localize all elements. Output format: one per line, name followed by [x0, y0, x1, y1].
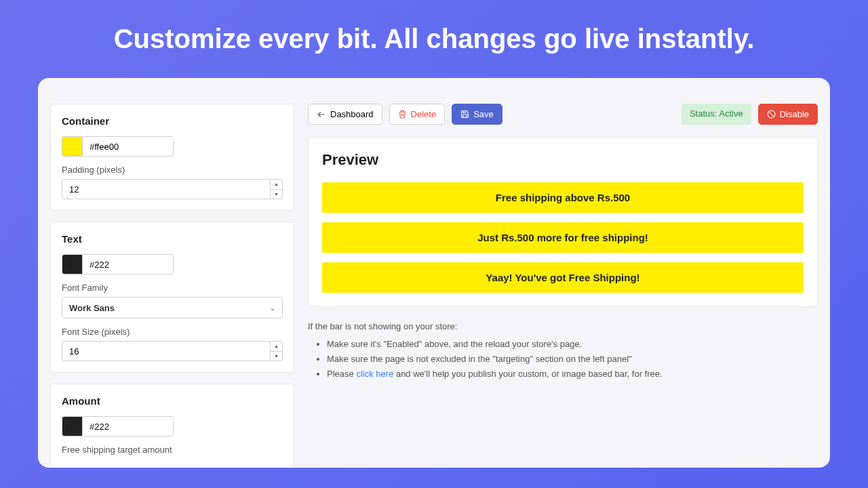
section-container: Container Padding (pixels) ▲ ▼ [50, 104, 294, 211]
toolbar: Dashboard Delete Save Status: Active [308, 104, 818, 125]
dashboard-button[interactable]: Dashboard [308, 104, 382, 125]
section-amount: Amount Free shipping target amount [50, 384, 294, 468]
text-color-input[interactable] [82, 254, 174, 274]
chevron-down-icon: ⌄ [270, 304, 275, 312]
padding-label: Padding (pixels) [62, 165, 283, 175]
app-card: Container Padding (pixels) ▲ ▼ Text Font [38, 78, 830, 468]
font-family-label: Font Family [62, 283, 283, 293]
save-button[interactable]: Save [452, 104, 502, 125]
sidebar: Container Padding (pixels) ▲ ▼ Text Font [50, 90, 294, 455]
preview-title: Preview [322, 151, 804, 169]
font-family-value: Work Sans [69, 303, 115, 313]
padding-input[interactable] [62, 179, 271, 199]
amount-target-label: Free shipping target amount [62, 445, 283, 455]
amount-color-swatch[interactable] [62, 416, 82, 436]
main-panel: Dashboard Delete Save Status: Active [308, 90, 818, 455]
section-title-text: Text [62, 233, 283, 245]
section-text: Text Font Family Work Sans ⌄ Font Size (… [50, 222, 294, 373]
save-label: Save [473, 109, 494, 119]
text-color-swatch[interactable] [62, 254, 82, 274]
hero-headline: Customize every bit. All changes go live… [0, 24, 868, 54]
padding-step-up[interactable]: ▲ [271, 179, 283, 189]
preview-bar: Free shipping above Rs.500 [322, 182, 804, 213]
container-color-input[interactable] [82, 136, 174, 157]
preview-bar: Yaay! You've got Free Shipping! [322, 262, 804, 293]
dashboard-label: Dashboard [330, 109, 374, 119]
status-badge: Status: Active [682, 104, 751, 125]
section-title-amount: Amount [62, 395, 283, 407]
delete-button[interactable]: Delete [389, 104, 446, 125]
help-text: If the bar is not showing on your store:… [308, 319, 818, 382]
help-intro: If the bar is not showing on your store: [308, 319, 818, 334]
svg-line-2 [768, 112, 774, 117]
preview-bar: Just Rs.500 more for free shipping! [322, 222, 804, 253]
preview-card: Preview Free shipping above Rs.500 Just … [308, 137, 818, 307]
font-size-step-up[interactable]: ▲ [271, 341, 283, 351]
save-icon [460, 110, 469, 119]
disable-button[interactable]: Disable [758, 104, 818, 125]
help-link[interactable]: click here [356, 369, 393, 379]
help-item: Please click here and we'll help you pub… [327, 367, 818, 382]
font-size-label: Font Size (pixels) [62, 327, 283, 337]
font-size-step-down[interactable]: ▼ [271, 351, 283, 362]
font-size-input[interactable] [62, 341, 271, 361]
help-item: Make sure the page is not excluded in th… [327, 352, 818, 367]
delete-label: Delete [411, 109, 437, 119]
disable-label: Disable [780, 109, 809, 119]
arrow-left-icon [317, 110, 326, 119]
trash-icon [398, 110, 407, 119]
help-item: Make sure it's "Enabled" above, and the … [327, 337, 818, 352]
container-color-swatch[interactable] [62, 136, 82, 157]
padding-step-down[interactable]: ▼ [271, 189, 283, 200]
font-family-select[interactable]: Work Sans ⌄ [62, 297, 283, 319]
amount-color-input[interactable] [82, 416, 174, 436]
section-title-container: Container [62, 115, 283, 127]
prohibit-icon [767, 110, 776, 119]
